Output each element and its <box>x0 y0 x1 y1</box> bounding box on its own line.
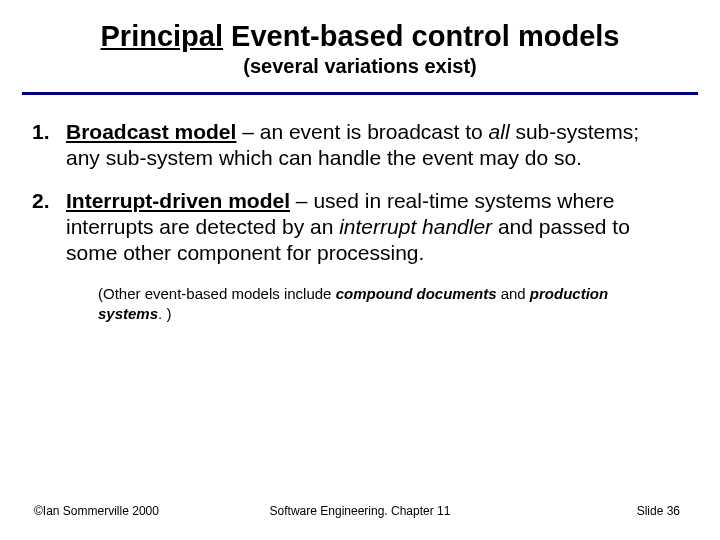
footer-center: Software Engineering. Chapter 11 <box>270 504 451 518</box>
item-text: Interrupt-driven model – used in real-ti… <box>66 188 670 267</box>
text-fragment: and <box>496 285 529 302</box>
model-name: Interrupt-driven model <box>66 189 290 212</box>
title-underlined: Principal <box>101 20 224 52</box>
text-fragment: any sub-system which can handle the even… <box>66 146 582 169</box>
item-text: Broadcast model – an event is broadcast … <box>66 119 670 172</box>
slide-title: Principal Event-based control models <box>40 20 680 53</box>
model-name: Broadcast model <box>66 120 236 143</box>
emphasis: interrupt handler <box>339 215 492 238</box>
item-number: 1. <box>32 119 58 172</box>
list-item: 2. Interrupt-driven model – used in real… <box>32 188 670 267</box>
slide-body: 1. Broadcast model – an event is broadca… <box>0 95 720 323</box>
footer-right: Slide 36 <box>637 504 680 518</box>
item-number: 2. <box>32 188 58 267</box>
text-fragment: (Other event-based models include <box>98 285 336 302</box>
title-rest: Event-based control models <box>223 20 619 52</box>
text-fragment: sub-systems; <box>510 120 640 143</box>
slide-subtitle: (several variations exist) <box>40 55 680 78</box>
footer-left: ©Ian Sommerville 2000 <box>34 504 159 518</box>
emphasis: all <box>489 120 510 143</box>
list-item: 1. Broadcast model – an event is broadca… <box>32 119 670 172</box>
text-fragment: – an event is broadcast to <box>236 120 488 143</box>
slide-footer: ©Ian Sommerville 2000 Software Engineeri… <box>0 504 720 518</box>
text-fragment: . ) <box>158 305 171 322</box>
note: (Other event-based models include compou… <box>98 284 670 323</box>
slide: Principal Event-based control models (se… <box>0 0 720 540</box>
note-bold: compound documents <box>336 285 497 302</box>
slide-header: Principal Event-based control models (se… <box>0 0 720 86</box>
